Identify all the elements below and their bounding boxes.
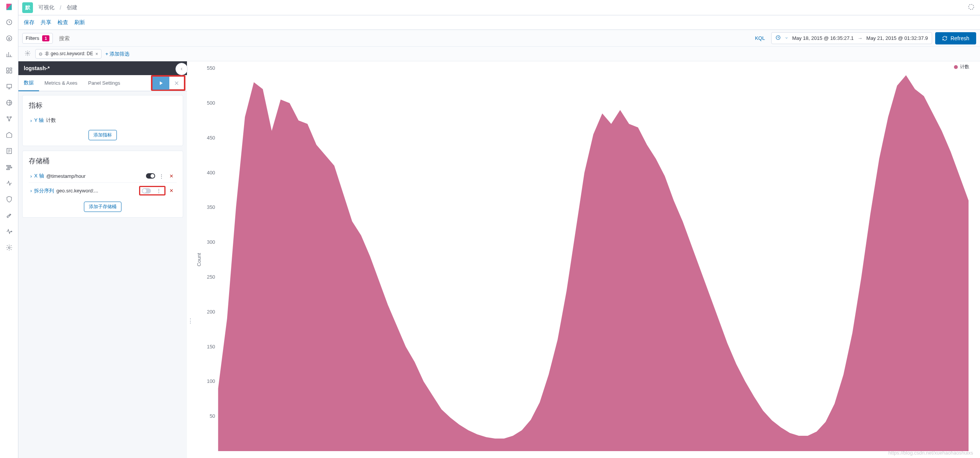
remove-icon[interactable]: ✕	[168, 173, 175, 179]
svg-rect-12	[7, 166, 11, 166]
svg-rect-3	[10, 68, 11, 69]
chevron-right-icon: ›	[30, 173, 32, 179]
collapse-panel-button[interactable]	[175, 63, 188, 75]
buckets-title: 存储桶	[29, 156, 177, 166]
index-pattern-title[interactable]: logstash-*	[18, 61, 187, 75]
recent-icon[interactable]	[5, 18, 14, 27]
svg-text:150: 150	[207, 343, 215, 349]
svg-rect-4	[10, 71, 11, 73]
siem-icon[interactable]	[5, 195, 14, 204]
svg-point-1	[7, 36, 12, 41]
close-icon[interactable]: ×	[95, 51, 98, 57]
svg-text:500: 500	[207, 100, 215, 106]
time-picker[interactable]: May 18, 2015 @ 16:35:27.1 → May 21, 2015…	[771, 32, 932, 44]
svg-text:350: 350	[207, 204, 215, 210]
x-axis-label[interactable]: X 轴	[34, 172, 44, 179]
filters-label: Filters	[26, 35, 39, 41]
svg-text:400: 400	[207, 169, 215, 175]
query-bar: Filters 1 KQL May 18, 2015 @ 16:35:27.1 …	[18, 30, 980, 47]
svg-text:450: 450	[207, 135, 215, 141]
time-to: May 21, 2015 @ 01:32:37.9	[866, 35, 928, 41]
uptime-icon[interactable]	[5, 179, 14, 188]
tab-data[interactable]: 数据	[18, 76, 39, 91]
svg-text:300: 300	[207, 239, 215, 245]
top-bar: 默 可视化 / 创建	[18, 0, 980, 15]
add-metric-button[interactable]: 添加指标	[88, 130, 117, 140]
legend-label: 计数	[960, 64, 969, 70]
split-label[interactable]: 拆分序列	[34, 187, 54, 194]
area-chart[interactable]: Count50100150200250300350400450500550	[195, 65, 972, 454]
drag-icon[interactable]: ⋮	[157, 173, 166, 179]
buckets-card: 存储桶 › X 轴 @timestamp/hour ⋮ ✕ › 拆	[22, 151, 183, 218]
ml-icon[interactable]	[5, 114, 14, 123]
share-link[interactable]: 共享	[41, 19, 51, 26]
add-filter-link[interactable]: + 添加筛选	[105, 51, 129, 57]
apm-icon[interactable]	[5, 163, 14, 172]
refresh-label: Refresh	[951, 35, 969, 41]
bucket-row-split[interactable]: › 拆分序列 geo.src.keyword:... ⋮ ✕	[29, 182, 177, 199]
drag-icon[interactable]: ⋮	[155, 188, 163, 194]
discard-button[interactable]	[169, 77, 184, 90]
kql-toggle[interactable]: KQL	[752, 35, 768, 41]
svg-point-8	[7, 117, 8, 118]
dashboard-icon[interactable]	[5, 66, 14, 75]
svg-point-17	[969, 4, 974, 10]
discover-icon[interactable]	[5, 34, 14, 43]
breadcrumb-item: 创建	[67, 4, 77, 11]
svg-text:100: 100	[207, 378, 215, 384]
devtools-icon[interactable]	[5, 211, 14, 220]
toggle-switch[interactable]	[142, 188, 151, 194]
refresh-link[interactable]: 刷新	[74, 19, 85, 26]
legend-swatch	[954, 65, 958, 69]
svg-text:550: 550	[207, 65, 215, 71]
nav-rail	[0, 0, 18, 458]
toggle-switch[interactable]	[146, 173, 155, 179]
svg-rect-5	[7, 72, 8, 73]
filter-chip-text: 非 geo.src.keyword: DE	[45, 51, 93, 57]
metrics-title: 指标	[29, 101, 177, 110]
kibana-logo[interactable]	[5, 3, 13, 11]
svg-rect-2	[7, 68, 8, 71]
breadcrumb-item[interactable]: 可视化	[38, 4, 54, 11]
breadcrumb-sep: /	[60, 5, 61, 11]
panel-resize-handle[interactable]: ⋮	[187, 61, 194, 458]
y-axis-label[interactable]: Y 轴	[34, 117, 44, 124]
metric-row[interactable]: › Y 轴 计数	[29, 114, 177, 127]
visualize-icon[interactable]	[5, 50, 14, 59]
svg-rect-13	[8, 167, 12, 168]
action-bar: 保存 共享 检查 刷新	[18, 15, 980, 30]
filters-count: 1	[42, 35, 49, 41]
tab-metrics-axes[interactable]: Metrics & Axes	[39, 75, 83, 91]
filters-pill[interactable]: Filters 1	[22, 33, 53, 44]
tab-panel-settings[interactable]: Panel Settings	[83, 75, 126, 91]
monitoring-icon[interactable]	[5, 227, 14, 236]
maps-icon[interactable]	[5, 98, 14, 107]
refresh-button[interactable]: Refresh	[935, 32, 976, 44]
svg-point-19	[27, 53, 28, 54]
chart-legend[interactable]: 计数	[954, 64, 969, 70]
fullscreen-icon[interactable]	[966, 2, 976, 13]
chevron-right-icon: ›	[30, 188, 32, 194]
filter-chip[interactable]: ⊖ 非 geo.src.keyword: DE ×	[35, 49, 102, 59]
add-sub-bucket-button[interactable]: 添加子存储桶	[84, 202, 121, 212]
x-axis-desc: @timestamp/hour	[46, 173, 86, 179]
save-link[interactable]: 保存	[24, 19, 34, 26]
negate-icon: ⊖	[39, 51, 43, 57]
y-axis-desc: 计数	[46, 117, 56, 124]
infra-icon[interactable]	[5, 130, 14, 140]
canvas-icon[interactable]	[5, 82, 14, 91]
management-icon[interactable]	[5, 243, 14, 252]
svg-rect-6	[7, 84, 11, 88]
svg-point-10	[8, 120, 10, 121]
search-input[interactable]	[56, 33, 749, 44]
inspect-link[interactable]: 检查	[57, 19, 68, 26]
bucket-row-xaxis[interactable]: › X 轴 @timestamp/hour ⋮ ✕	[29, 169, 177, 182]
breadcrumb: 可视化 / 创建	[38, 4, 77, 11]
apply-button[interactable]	[152, 77, 169, 90]
svg-point-16	[8, 247, 10, 249]
remove-icon[interactable]: ✕	[168, 188, 175, 194]
gear-icon[interactable]	[24, 49, 31, 59]
chevron-down-icon	[785, 35, 788, 41]
logs-icon[interactable]	[5, 146, 14, 156]
space-badge[interactable]: 默	[22, 2, 33, 13]
